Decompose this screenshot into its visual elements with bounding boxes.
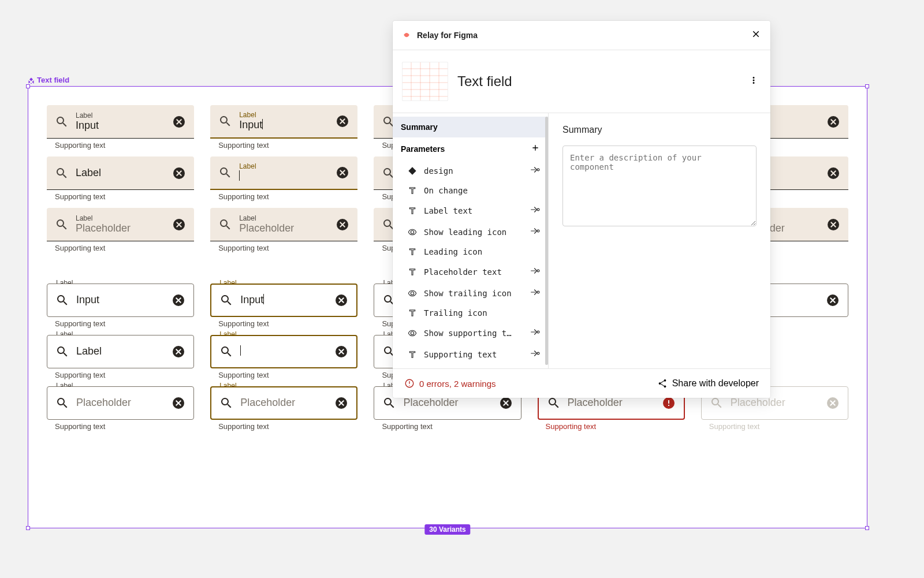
cancel-icon[interactable] xyxy=(336,166,349,180)
nav-parameter-item[interactable]: Show leading icon xyxy=(393,221,548,243)
search-icon xyxy=(710,396,724,410)
search-icon xyxy=(55,345,69,359)
cancel-icon[interactable] xyxy=(826,218,840,232)
nav-parameter-item[interactable]: design xyxy=(393,160,548,181)
nav-parameter-item[interactable]: Supporting text xyxy=(393,344,548,365)
nav-parameter-item[interactable]: Placeholder text xyxy=(393,261,548,282)
textfield-variant[interactable]: LabelPlaceholderSupporting text xyxy=(47,386,194,431)
search-icon xyxy=(547,396,561,410)
relay-panel: Relay for Figma Text field Summary Param… xyxy=(393,21,770,398)
textfield-variant[interactable]: LabelSupporting text xyxy=(210,156,357,201)
textfield-variant[interactable]: LabelInputSupporting text xyxy=(47,284,194,328)
nav-parameter-item[interactable]: Trailing icon xyxy=(393,304,548,322)
selection-handle[interactable] xyxy=(26,84,30,88)
cancel-icon[interactable] xyxy=(826,115,840,129)
cancel-icon[interactable] xyxy=(172,396,185,410)
textfield-variant[interactable]: LabelInputSupporting text xyxy=(210,284,357,328)
text-icon xyxy=(408,186,417,195)
cancel-icon[interactable] xyxy=(172,218,186,232)
bind-icon[interactable] xyxy=(530,204,540,217)
status-link[interactable]: 0 errors, 2 warnings xyxy=(404,378,653,389)
description-input[interactable] xyxy=(562,146,757,226)
search-icon xyxy=(218,218,232,232)
cancel-icon[interactable] xyxy=(334,396,348,410)
close-button[interactable] xyxy=(751,29,761,42)
share-icon xyxy=(657,378,668,389)
brand-icon xyxy=(402,29,411,41)
cancel-icon[interactable] xyxy=(826,166,840,180)
search-icon xyxy=(218,166,232,180)
summary-heading: Summary xyxy=(562,125,757,135)
textfield-variant[interactable]: LabelPlaceholderSupporting text xyxy=(210,208,357,252)
text-icon xyxy=(408,247,417,256)
cancel-icon[interactable] xyxy=(826,293,840,307)
text-icon xyxy=(408,206,417,215)
supporting-text: Supporting text xyxy=(47,241,194,252)
bind-icon[interactable] xyxy=(530,327,540,339)
supporting-text: Supporting text xyxy=(538,420,685,431)
nav-summary[interactable]: Summary xyxy=(393,117,548,137)
text-icon xyxy=(408,350,417,359)
cancel-icon[interactable] xyxy=(336,114,349,128)
supporting-text: Supporting text xyxy=(47,368,194,379)
text-icon xyxy=(408,308,417,318)
search-icon xyxy=(55,396,69,410)
textfield-variant[interactable]: LabelSupporting text xyxy=(210,335,357,379)
frame-label[interactable]: Text field xyxy=(28,76,69,84)
parameter-label: Show leading icon xyxy=(424,228,506,237)
cancel-icon[interactable] xyxy=(172,345,185,359)
search-icon xyxy=(219,293,233,307)
parameter-label: Show trailing icon xyxy=(424,289,512,298)
eye-icon xyxy=(408,329,417,338)
search-icon xyxy=(218,114,232,128)
more-button[interactable] xyxy=(746,73,761,90)
bind-icon[interactable] xyxy=(530,165,540,177)
error-icon[interactable] xyxy=(662,396,676,410)
search-icon xyxy=(382,396,396,410)
cancel-icon[interactable] xyxy=(499,396,513,410)
nav-parameter-item[interactable]: Leading icon xyxy=(393,243,548,261)
search-icon xyxy=(55,293,69,307)
component-header: Text field xyxy=(393,50,770,113)
parameter-label: Leading icon xyxy=(424,247,482,256)
supporting-text: Supporting text xyxy=(374,420,521,431)
nav-parameter-item[interactable]: Label text xyxy=(393,200,548,221)
parameter-label: Supporting text xyxy=(424,350,497,359)
textfield-variant[interactable]: LabelPlaceholderSupporting text xyxy=(210,386,357,431)
nav-sidebar: Summary Parameters designOn changeLabel … xyxy=(393,113,549,368)
nav-parameter-item[interactable]: Show trailing icon xyxy=(393,282,548,304)
cancel-icon[interactable] xyxy=(826,396,840,410)
bind-icon[interactable] xyxy=(530,266,540,278)
selection-handle[interactable] xyxy=(865,84,869,88)
cancel-icon[interactable] xyxy=(172,166,186,180)
bind-icon[interactable] xyxy=(530,348,540,360)
cancel-icon[interactable] xyxy=(172,293,185,307)
component-thumbnail xyxy=(402,62,448,101)
supporting-text: Supporting text xyxy=(210,368,357,379)
variants-badge[interactable]: 30 Variants xyxy=(424,524,470,535)
cancel-icon[interactable] xyxy=(334,293,348,307)
search-icon xyxy=(55,115,69,129)
supporting-text: Supporting text xyxy=(210,241,357,252)
nav-parameter-item[interactable]: Show supporting t… xyxy=(393,322,548,344)
component-icon xyxy=(28,77,35,84)
cancel-icon[interactable] xyxy=(172,115,186,129)
selection-handle[interactable] xyxy=(865,526,869,530)
textfield-variant[interactable]: LabelLabelSupporting text xyxy=(47,335,194,379)
selection-handle[interactable] xyxy=(26,526,30,530)
textfield-variant[interactable]: LabelInputSupporting text xyxy=(210,105,357,150)
bind-icon[interactable] xyxy=(530,226,540,238)
cancel-icon[interactable] xyxy=(334,345,348,359)
panel-footer: 0 errors, 2 warnings Share with develope… xyxy=(393,368,770,398)
cancel-icon[interactable] xyxy=(336,218,349,232)
supporting-text: Supporting text xyxy=(47,317,194,328)
share-button[interactable]: Share with developer xyxy=(657,378,759,389)
add-parameter-button[interactable] xyxy=(531,143,540,154)
textfield-variant[interactable]: LabelPlaceholderSupporting text xyxy=(47,208,194,252)
textfield-variant[interactable]: LabelSupporting text xyxy=(47,156,194,201)
textfield-variant[interactable]: LabelInputSupporting text xyxy=(47,105,194,150)
parameter-label: On change xyxy=(424,186,468,195)
supporting-text: Supporting text xyxy=(210,190,357,201)
bind-icon[interactable] xyxy=(530,287,540,299)
nav-parameter-item[interactable]: On change xyxy=(393,181,548,200)
